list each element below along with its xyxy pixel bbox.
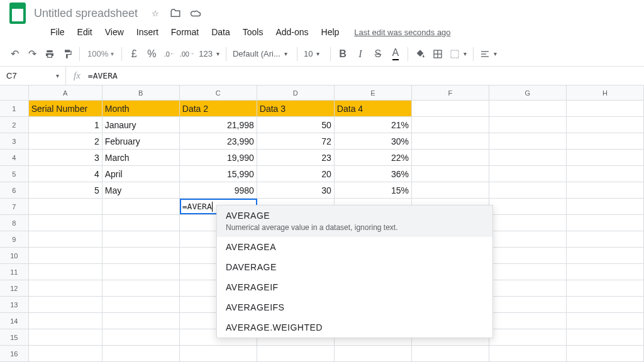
cell-F6[interactable] xyxy=(412,182,489,198)
cell-A11[interactable] xyxy=(29,264,103,280)
cell-H14[interactable] xyxy=(567,313,644,329)
cell-G15[interactable] xyxy=(489,329,567,345)
cell-F2[interactable] xyxy=(412,117,489,133)
cell-B2[interactable]: Janaury xyxy=(103,117,180,133)
cell-A1[interactable]: Serial Number xyxy=(29,101,103,116)
cell-A5[interactable]: 4 xyxy=(29,166,103,182)
increase-decimals-button[interactable]: .00→ xyxy=(179,46,195,62)
cell-A15[interactable] xyxy=(29,329,103,345)
cell-H16[interactable] xyxy=(567,346,644,361)
row-header[interactable]: 8 xyxy=(0,215,29,231)
cell-D2[interactable]: 50 xyxy=(257,117,335,133)
cell-A13[interactable] xyxy=(29,297,103,312)
cell-H15[interactable] xyxy=(567,329,644,345)
cell-C6[interactable]: 9980 xyxy=(180,182,257,198)
cell-G5[interactable] xyxy=(489,166,567,182)
cell-H4[interactable] xyxy=(567,150,644,165)
col-header-D[interactable]: D xyxy=(257,85,335,100)
cell-E3[interactable]: 30% xyxy=(335,133,412,149)
row-header[interactable]: 2 xyxy=(0,117,29,133)
cell-D3[interactable]: 72 xyxy=(257,133,335,149)
cell-B6[interactable]: May xyxy=(103,182,180,198)
cell-C3[interactable]: 23,990 xyxy=(180,133,257,149)
cell-B16[interactable] xyxy=(103,346,180,361)
cell-D6[interactable]: 30 xyxy=(257,182,335,198)
col-header-E[interactable]: E xyxy=(335,85,412,100)
cell-C4[interactable]: 19,990 xyxy=(180,150,257,165)
cell-C1[interactable]: Data 2 xyxy=(180,101,257,116)
suggestion-item[interactable]: AVERAGE.WEIGHTED xyxy=(217,317,492,337)
merge-cells-button[interactable]: ▾ xyxy=(447,49,469,59)
cell-G11[interactable] xyxy=(489,264,567,280)
percent-button[interactable]: % xyxy=(143,46,160,62)
cell-B3[interactable]: February xyxy=(103,133,180,149)
cell-B7[interactable] xyxy=(103,199,180,214)
cell-E1[interactable]: Data 4 xyxy=(335,101,412,116)
row-header[interactable]: 1 xyxy=(0,101,29,116)
suggestion-item[interactable]: DAVERAGE xyxy=(217,257,492,277)
sheets-logo[interactable] xyxy=(6,2,29,25)
paint-format-button[interactable] xyxy=(59,46,75,62)
currency-button[interactable]: £ xyxy=(126,46,142,62)
decrease-decimals-button[interactable]: .0← xyxy=(161,46,177,62)
redo-button[interactable]: ↷ xyxy=(24,46,40,62)
row-header[interactable]: 5 xyxy=(0,166,29,182)
cloud-icon[interactable] xyxy=(189,7,202,19)
col-header-B[interactable]: B xyxy=(103,85,180,100)
cell-D1[interactable]: Data 3 xyxy=(257,101,335,116)
row-header[interactable]: 6 xyxy=(0,182,29,198)
cell-B14[interactable] xyxy=(103,313,180,329)
cell-H2[interactable] xyxy=(567,117,644,133)
col-header-H[interactable]: H xyxy=(567,85,644,100)
font-size-dropdown[interactable]: 10▾ xyxy=(301,49,326,58)
select-all-corner[interactable] xyxy=(0,85,29,100)
cell-G8[interactable] xyxy=(489,215,567,231)
row-header[interactable]: 3 xyxy=(0,133,29,149)
cell-E16[interactable] xyxy=(335,346,412,361)
suggestion-item[interactable]: AVERAGE Numerical average value in a dat… xyxy=(217,206,492,237)
cell-G6[interactable] xyxy=(489,182,567,198)
row-header[interactable]: 16 xyxy=(0,346,29,361)
cell-A3[interactable]: 2 xyxy=(29,133,103,149)
row-header[interactable]: 12 xyxy=(0,280,29,296)
italic-button[interactable]: I xyxy=(352,46,369,62)
cell-H8[interactable] xyxy=(567,215,644,231)
cell-G16[interactable] xyxy=(489,346,567,361)
row-header[interactable]: 4 xyxy=(0,150,29,165)
borders-button[interactable] xyxy=(430,46,446,62)
cell-A2[interactable]: 1 xyxy=(29,117,103,133)
cell-H3[interactable] xyxy=(567,133,644,149)
zoom-dropdown[interactable]: 100%▾ xyxy=(84,49,118,58)
cell-H5[interactable] xyxy=(567,166,644,182)
suggestion-item[interactable]: AVERAGEIFS xyxy=(217,297,492,317)
cell-D5[interactable]: 20 xyxy=(257,166,335,182)
menu-data[interactable]: Data xyxy=(206,25,235,40)
cell-B1[interactable]: Month xyxy=(103,101,180,116)
cell-G4[interactable] xyxy=(489,150,567,165)
cell-F16[interactable] xyxy=(412,346,489,361)
cell-H6[interactable] xyxy=(567,182,644,198)
document-title[interactable]: Untitled spreadsheet xyxy=(34,7,138,20)
cell-G12[interactable] xyxy=(489,280,567,296)
cell-A4[interactable]: 3 xyxy=(29,150,103,165)
cell-C16[interactable] xyxy=(180,346,257,361)
cell-F5[interactable] xyxy=(412,166,489,182)
cell-H11[interactable] xyxy=(567,264,644,280)
cell-G14[interactable] xyxy=(489,313,567,329)
fill-color-button[interactable] xyxy=(412,46,428,62)
row-header[interactable]: 15 xyxy=(0,329,29,345)
row-header[interactable]: 10 xyxy=(0,248,29,263)
cell-G7[interactable] xyxy=(489,199,567,214)
cell-F1[interactable] xyxy=(412,101,489,116)
cell-C5[interactable]: 15,990 xyxy=(180,166,257,182)
number-format-dropdown[interactable]: 123▾ xyxy=(196,49,222,58)
col-header-G[interactable]: G xyxy=(489,85,567,100)
cell-A14[interactable] xyxy=(29,313,103,329)
cell-B15[interactable] xyxy=(103,329,180,345)
cell-A16[interactable] xyxy=(29,346,103,361)
menu-addons[interactable]: Add-ons xyxy=(270,25,313,40)
row-header[interactable]: 9 xyxy=(0,231,29,247)
cell-A6[interactable]: 5 xyxy=(29,182,103,198)
cell-A9[interactable] xyxy=(29,231,103,247)
star-icon[interactable]: ☆ xyxy=(149,7,162,19)
